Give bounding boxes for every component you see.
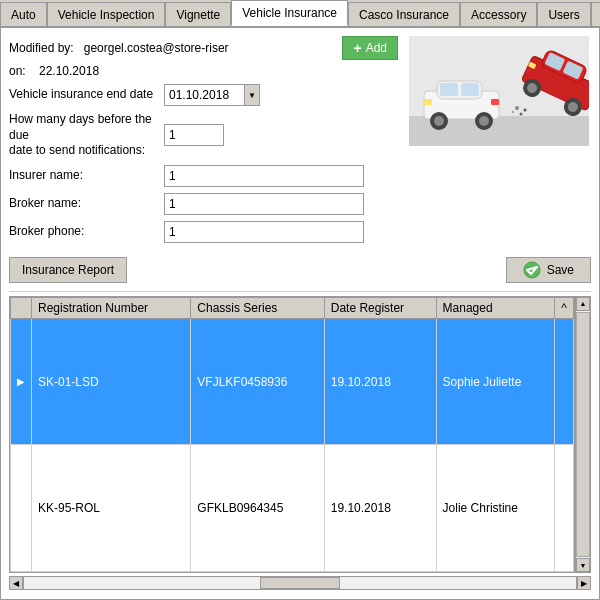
- svg-rect-5: [461, 83, 479, 96]
- date-register: 19.10.2018: [324, 445, 436, 572]
- managed: Jolie Christine: [436, 445, 555, 572]
- tab-vehicle-insurance[interactable]: Vehicle Insurance: [231, 0, 348, 26]
- modified-by-value: georgel.costea@store-riser: [84, 41, 335, 55]
- svg-point-22: [519, 113, 522, 116]
- scroll-thumb: [576, 312, 590, 557]
- car-crash-svg: [409, 36, 589, 146]
- scroll-left-button[interactable]: ◀: [9, 576, 23, 590]
- registration-number: KK-95-ROL: [32, 445, 191, 572]
- save-button[interactable]: Save: [506, 257, 591, 283]
- insurer-input[interactable]: [164, 165, 364, 187]
- insurance-end-date-input[interactable]: [164, 84, 244, 106]
- insurance-end-date-label: Vehicle insurance end date: [9, 87, 164, 103]
- car-image-area: [406, 36, 591, 249]
- managed: Sophie Juliette: [436, 318, 555, 445]
- save-icon: [523, 261, 541, 279]
- table-body: ▶ SK-01-LSD VFJLKF0458936 19.10.2018 Sop…: [11, 318, 574, 571]
- insurer-label: Insurer name:: [9, 168, 164, 184]
- svg-rect-11: [491, 99, 499, 105]
- row-indicator: [11, 445, 32, 572]
- tab-bar: Auto Vehicle Inspection Vignette Vehicle…: [0, 0, 600, 28]
- tab-vignette[interactable]: Vignette: [165, 2, 231, 26]
- svg-point-9: [479, 116, 489, 126]
- col-chassis: Chassis Series: [191, 297, 324, 318]
- car-image: [409, 36, 589, 146]
- svg-rect-4: [440, 83, 458, 96]
- horizontal-scrollbar: ◀ ▶: [9, 575, 591, 591]
- svg-rect-10: [424, 99, 432, 105]
- svg-point-23: [512, 111, 514, 113]
- scroll-thumb-h: [260, 577, 340, 589]
- scroll-down-button[interactable]: ▼: [576, 558, 590, 572]
- row-indicator: ▶: [11, 318, 32, 445]
- tab-accessory[interactable]: Accessory: [460, 2, 537, 26]
- phone-row: Broker phone:: [9, 221, 398, 243]
- insurer-row: Insurer name:: [9, 165, 398, 187]
- scroll-track: [23, 576, 577, 590]
- add-label: Add: [366, 41, 387, 55]
- tab-vehicle-inspection[interactable]: Vehicle Inspection: [47, 2, 166, 26]
- add-button[interactable]: + Add: [342, 36, 398, 60]
- svg-point-7: [434, 116, 444, 126]
- col-indicator: [11, 297, 32, 318]
- separator: [9, 291, 591, 292]
- insurance-end-date-wrap: ▼: [164, 84, 260, 106]
- form-left: Modified by: georgel.costea@store-riser …: [9, 36, 398, 249]
- registration-number: SK-01-LSD: [32, 318, 191, 445]
- table-wrapper: Registration Number Chassis Series Date …: [9, 296, 575, 573]
- form-area: Modified by: georgel.costea@store-riser …: [9, 36, 591, 249]
- date-register: 19.10.2018: [324, 318, 436, 445]
- col-date: Date Register: [324, 297, 436, 318]
- save-label: Save: [547, 263, 574, 277]
- col-scrollbar-header: ^: [555, 297, 574, 318]
- tab-casco-insurance[interactable]: Casco Insurance: [348, 2, 460, 26]
- broker-input[interactable]: [164, 193, 364, 215]
- tab-about[interactable]: About: [591, 2, 600, 26]
- button-row: Insurance Report Save: [9, 257, 591, 283]
- scroll-cell: [555, 318, 574, 445]
- insurance-report-button[interactable]: Insurance Report: [9, 257, 127, 283]
- data-table: Registration Number Chassis Series Date …: [10, 297, 574, 572]
- days-row: How many days before the duedate to send…: [9, 112, 398, 159]
- main-content: Modified by: georgel.costea@store-riser …: [0, 28, 600, 600]
- tab-users[interactable]: Users: [537, 2, 590, 26]
- plus-icon: +: [353, 40, 361, 56]
- svg-point-24: [523, 109, 526, 112]
- days-label: How many days before the duedate to send…: [9, 112, 164, 159]
- days-input[interactable]: [164, 124, 224, 146]
- insurance-end-date-row: Vehicle insurance end date ▼: [9, 84, 398, 106]
- date-picker-button[interactable]: ▼: [244, 84, 260, 106]
- col-registration: Registration Number: [32, 297, 191, 318]
- modified-by-row: Modified by: georgel.costea@store-riser …: [9, 36, 398, 60]
- vertical-scrollbar: ▲ ▼: [575, 296, 591, 573]
- scroll-up-button[interactable]: ▲: [576, 297, 590, 311]
- on-value: 22.10.2018: [39, 64, 99, 78]
- broker-row: Broker name:: [9, 193, 398, 215]
- on-label: on:: [9, 64, 39, 78]
- table-row[interactable]: KK-95-ROL GFKLB0964345 19.10.2018 Jolie …: [11, 445, 574, 572]
- scroll-right-button[interactable]: ▶: [577, 576, 591, 590]
- svg-point-21: [515, 106, 519, 110]
- col-managed: Managed: [436, 297, 555, 318]
- table-row[interactable]: ▶ SK-01-LSD VFJLKF0458936 19.10.2018 Sop…: [11, 318, 574, 445]
- chassis-series: VFJLKF0458936: [191, 318, 324, 445]
- table-header: Registration Number Chassis Series Date …: [11, 297, 574, 318]
- phone-input[interactable]: [164, 221, 364, 243]
- tab-auto[interactable]: Auto: [0, 2, 47, 26]
- chassis-series: GFKLB0964345: [191, 445, 324, 572]
- on-date-row: on: 22.10.2018: [9, 64, 398, 78]
- broker-label: Broker name:: [9, 196, 164, 212]
- modified-by-label: Modified by:: [9, 41, 74, 55]
- table-section: Registration Number Chassis Series Date …: [9, 296, 591, 573]
- scroll-cell: [555, 445, 574, 572]
- phone-label: Broker phone:: [9, 224, 164, 240]
